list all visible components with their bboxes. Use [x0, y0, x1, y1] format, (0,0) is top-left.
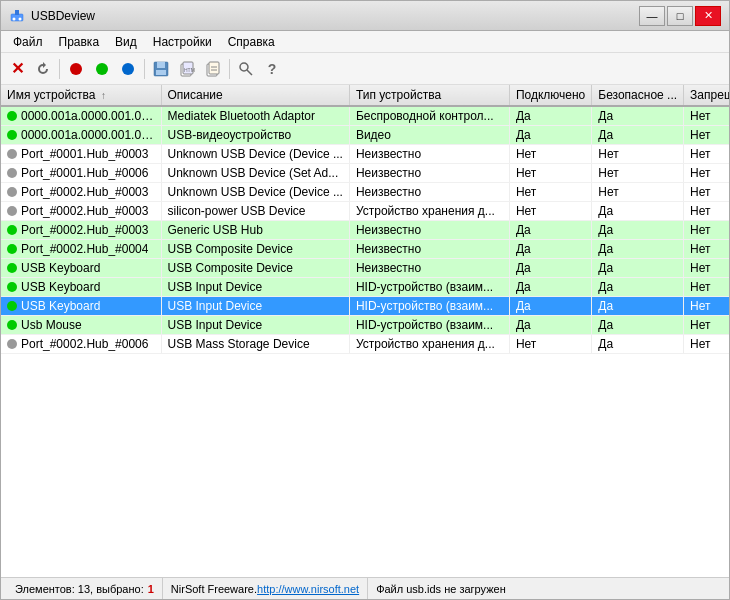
cell-type: Неизвестно — [349, 164, 509, 183]
toolbar-refresh[interactable] — [31, 57, 55, 81]
maximize-button[interactable]: □ — [667, 6, 693, 26]
status-nirsoft: NirSoft Freeware. http://www.nirsoft.net — [163, 578, 368, 599]
cell-name: 0000.001a.0000.001.00... — [1, 126, 161, 145]
status-dot-icon — [7, 282, 17, 292]
toolbar-dot-green[interactable] — [90, 57, 114, 81]
cell-name: USB Keyboard — [1, 278, 161, 297]
table-row[interactable]: USB Keyboard USB Input Device HID-устрой… — [1, 278, 729, 297]
cell-disabled: Нет — [684, 278, 729, 297]
cell-type: Неизвестно — [349, 145, 509, 164]
status-bar: Элементов: 13, выбрано: 1 NirSoft Freewa… — [1, 577, 729, 599]
table-row[interactable]: Port_#0001.Hub_#0003 Unknown USB Device … — [1, 145, 729, 164]
menu-edit[interactable]: Правка — [51, 33, 108, 51]
toolbar-save[interactable] — [149, 57, 173, 81]
cell-disabled: Нет — [684, 259, 729, 278]
cell-desc: USB-видеоустройство — [161, 126, 349, 145]
table-header: Имя устройства ↑ Описание Тип устройства… — [1, 85, 729, 106]
status-dot-icon — [7, 339, 17, 349]
table-row[interactable]: Port_#0001.Hub_#0006 Unknown USB Device … — [1, 164, 729, 183]
toolbar-dot-blue[interactable] — [116, 57, 140, 81]
table-row[interactable]: USB Keyboard USB Composite Device Неизве… — [1, 259, 729, 278]
title-controls: — □ ✕ — [639, 6, 721, 26]
cell-type: Неизвестно — [349, 221, 509, 240]
device-name-text: Port_#0002.Hub_#0004 — [21, 242, 148, 256]
menu-bar: Файл Правка Вид Настройки Справка — [1, 31, 729, 53]
table-row[interactable]: Port_#0002.Hub_#0003 Unknown USB Device … — [1, 183, 729, 202]
svg-rect-6 — [156, 70, 166, 75]
menu-settings[interactable]: Настройки — [145, 33, 220, 51]
cell-connected: Да — [509, 240, 591, 259]
table-row[interactable]: 0000.001a.0000.001.00... Mediatek Blueto… — [1, 106, 729, 126]
col-header-connected[interactable]: Подключено — [509, 85, 591, 106]
toolbar-copy-text[interactable] — [201, 57, 225, 81]
col-header-safe[interactable]: Безопасное ... — [592, 85, 684, 106]
cell-connected: Да — [509, 221, 591, 240]
toolbar-help[interactable]: ? — [260, 57, 284, 81]
search-icon — [238, 61, 254, 77]
cell-disabled: Нет — [684, 297, 729, 316]
table-row[interactable]: Port_#0002.Hub_#0006 USB Mass Storage De… — [1, 335, 729, 354]
status-dot-icon — [7, 168, 17, 178]
cell-desc: Generic USB Hub — [161, 221, 349, 240]
col-header-disabled[interactable]: Запрещен — [684, 85, 729, 106]
cell-name: 0000.001a.0000.001.00... — [1, 106, 161, 126]
col-header-desc[interactable]: Описание — [161, 85, 349, 106]
menu-help[interactable]: Справка — [220, 33, 283, 51]
cell-safe: Нет — [592, 183, 684, 202]
table-row[interactable]: USB Keyboard USB Input Device HID-устрой… — [1, 297, 729, 316]
device-table-container[interactable]: Имя устройства ↑ Описание Тип устройства… — [1, 85, 729, 577]
col-header-type[interactable]: Тип устройства — [349, 85, 509, 106]
table-row[interactable]: Port_#0002.Hub_#0003 Generic USB Hub Неи… — [1, 221, 729, 240]
table-row[interactable]: 0000.001a.0000.001.00... USB-видеоустрой… — [1, 126, 729, 145]
cell-name: Port_#0001.Hub_#0006 — [1, 164, 161, 183]
cell-name: Port_#0002.Hub_#0003 — [1, 202, 161, 221]
cell-name: Port_#0002.Hub_#0004 — [1, 240, 161, 259]
cell-safe: Да — [592, 316, 684, 335]
cell-disabled: Нет — [684, 183, 729, 202]
device-table: Имя устройства ↑ Описание Тип устройства… — [1, 85, 729, 354]
close-button[interactable]: ✕ — [695, 6, 721, 26]
status-dot-icon — [7, 320, 17, 330]
cell-disabled: Нет — [684, 335, 729, 354]
content-area: Имя устройства ↑ Описание Тип устройства… — [1, 85, 729, 577]
copy-text-icon — [205, 61, 221, 77]
svg-line-15 — [247, 70, 252, 75]
cell-connected: Да — [509, 126, 591, 145]
toolbar-delete[interactable]: ✕ — [5, 57, 29, 81]
toolbar-dot-red[interactable] — [64, 57, 88, 81]
title-bar: USBDeview — □ ✕ — [1, 1, 729, 31]
cell-desc: USB Mass Storage Device — [161, 335, 349, 354]
toolbar-search[interactable] — [234, 57, 258, 81]
cell-type: HID-устройство (взаим... — [349, 278, 509, 297]
status-elements: Элементов: 13, выбрано: 1 — [7, 578, 163, 599]
device-name-text: Port_#0001.Hub_#0003 — [21, 147, 148, 161]
table-row[interactable]: Port_#0002.Hub_#0004 USB Composite Devic… — [1, 240, 729, 259]
cell-desc: Unknown USB Device (Device ... — [161, 183, 349, 202]
toolbar-copy-html[interactable]: HTML — [175, 57, 199, 81]
menu-view[interactable]: Вид — [107, 33, 145, 51]
cell-desc: USB Input Device — [161, 278, 349, 297]
status-dot-icon — [7, 187, 17, 197]
cell-disabled: Нет — [684, 145, 729, 164]
menu-file[interactable]: Файл — [5, 33, 51, 51]
cell-type: Неизвестно — [349, 240, 509, 259]
cell-type: Неизвестно — [349, 259, 509, 278]
table-row[interactable]: Port_#0002.Hub_#0003 silicon-power USB D… — [1, 202, 729, 221]
cell-desc: USB Composite Device — [161, 259, 349, 278]
cell-disabled: Нет — [684, 126, 729, 145]
cell-connected: Нет — [509, 164, 591, 183]
col-header-name[interactable]: Имя устройства ↑ — [1, 85, 161, 106]
cell-connected: Да — [509, 278, 591, 297]
cell-name: Port_#0002.Hub_#0003 — [1, 221, 161, 240]
minimize-button[interactable]: — — [639, 6, 665, 26]
cell-safe: Да — [592, 278, 684, 297]
cell-safe: Да — [592, 221, 684, 240]
toolbar: ✕ HTML — [1, 53, 729, 85]
cell-disabled: Нет — [684, 106, 729, 126]
cell-connected: Нет — [509, 335, 591, 354]
cell-connected: Да — [509, 259, 591, 278]
cell-connected: Нет — [509, 202, 591, 221]
table-body: 0000.001a.0000.001.00... Mediatek Blueto… — [1, 106, 729, 354]
nirsoft-link[interactable]: http://www.nirsoft.net — [257, 583, 359, 595]
table-row[interactable]: Usb Mouse USB Input Device HID-устройств… — [1, 316, 729, 335]
